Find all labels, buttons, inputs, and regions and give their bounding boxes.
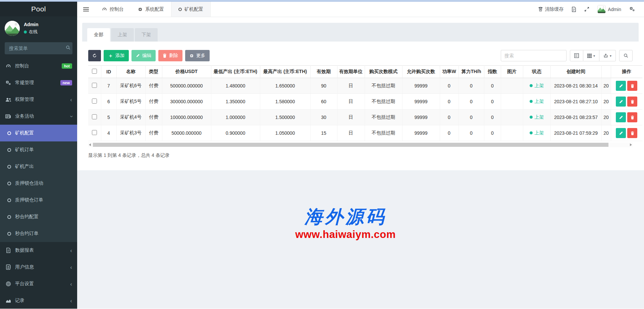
dashboard-icon — [5, 63, 11, 69]
edit-button[interactable] — [616, 97, 626, 107]
clear-cache-button[interactable]: 清除缓存 — [538, 6, 564, 12]
row-checkbox[interactable] — [92, 99, 97, 104]
filter-tab-all[interactable]: 全部 — [87, 28, 110, 42]
col-header-type: 类型 — [145, 66, 162, 78]
cell-validity: 30 — [310, 110, 337, 125]
col-header-index: 指数 — [484, 66, 501, 78]
cell-max_output: 1.500000 — [260, 110, 310, 125]
row-checkbox[interactable] — [92, 130, 97, 135]
sidebar-item-miner-orders[interactable]: 矿机订单 — [0, 141, 77, 158]
sidebar-item-staking-orders[interactable]: 质押锁仓订单 — [0, 192, 77, 208]
table-search-input[interactable] — [501, 50, 567, 61]
delete-button[interactable] — [627, 81, 637, 91]
cell-price: 300000.000000 — [162, 94, 211, 110]
sidebar: Pool Admin 在线 控制台 hot 常规管理 — [0, 2, 77, 309]
sidebar-item-miner-output[interactable]: 矿机产出 — [0, 158, 77, 175]
sidebar-item-platform-settings[interactable]: 平台设置 ‹ — [0, 275, 77, 292]
table-row: 5采矿机4号付费100000.0000001.0000001.50000030日… — [88, 110, 642, 125]
refresh-icon — [92, 53, 97, 58]
sidebar-item-reports[interactable]: 数据报表 ‹ — [0, 242, 77, 259]
cell-hashrate: 0 — [459, 110, 484, 125]
trash-icon — [163, 53, 167, 58]
more-button[interactable]: 更多 — [185, 50, 210, 61]
sidebar-item-business[interactable]: 业务活动 ‹ — [0, 108, 77, 125]
chevron-left-icon: ‹ — [70, 248, 72, 253]
cell-id: 7 — [101, 78, 116, 94]
select-all-checkbox[interactable] — [92, 69, 97, 74]
cell-name: 采矿机5号 — [116, 94, 145, 110]
cell-validity_unit: 日 — [337, 78, 365, 94]
search-icon — [624, 53, 628, 58]
sidebar-item-user-info[interactable]: 用户信息 ‹ — [0, 259, 77, 275]
user-avatar[interactable] — [5, 21, 20, 36]
sidebar-item-general[interactable]: 常规管理 new — [0, 74, 77, 91]
edit-button[interactable] — [616, 128, 626, 138]
cell-price: 100000.000000 — [162, 110, 211, 125]
cell-max_output: 1.650000 — [260, 78, 310, 94]
pencil-icon — [619, 100, 623, 104]
tab-system-config[interactable]: 系统配置 — [131, 2, 171, 17]
detail-view-button[interactable] — [570, 50, 583, 61]
filter-tab-off-shelf[interactable]: 下架 — [135, 28, 158, 42]
columns-button[interactable]: ▾ — [583, 50, 599, 61]
edit-button[interactable] — [616, 81, 626, 91]
col-header-created: 创建时间 — [550, 66, 601, 78]
sidebar-item-seconds-contract-orders[interactable]: 秒合约订单 — [0, 225, 77, 242]
export-button[interactable]: ▾ — [599, 50, 616, 61]
delete-button[interactable] — [627, 112, 637, 122]
search-button[interactable] — [619, 50, 633, 61]
file-log-icon[interactable] — [572, 7, 576, 12]
sidebar-search-icon[interactable] — [66, 45, 70, 50]
sidebar-item-records[interactable]: 记录 ‹ — [0, 292, 77, 309]
add-button[interactable]: ＋ 添加 — [104, 50, 129, 61]
chevron-left-icon: ‹ — [70, 97, 72, 103]
scrollbar-thumb[interactable] — [93, 143, 608, 147]
col-header-hashrate: 算力TH/h — [459, 66, 484, 78]
tab-miner-config[interactable]: 矿机配置 — [171, 2, 211, 17]
topbar-user[interactable]: Admin — [597, 5, 621, 13]
hot-badge: hot — [62, 63, 72, 69]
circle-icon — [7, 131, 11, 135]
col-header-price: 价格USDT — [162, 66, 211, 78]
settings-gears-icon[interactable] — [629, 6, 635, 12]
plus-icon: ＋ — [108, 53, 113, 59]
col-header-id: ID — [101, 66, 116, 78]
sidebar-item-miner-config[interactable]: 矿机配置 — [0, 125, 77, 141]
col-header-image: 图片 — [501, 66, 523, 78]
delete-button[interactable] — [627, 97, 637, 107]
cell-index: 0 — [484, 125, 501, 141]
edit-button[interactable] — [616, 112, 626, 122]
edit-button-toolbar[interactable]: 编辑 — [131, 50, 156, 61]
sidebar-item-dashboard[interactable]: 控制台 hot — [0, 58, 77, 74]
cell-buy_mode: 不包括过期 — [365, 125, 402, 141]
cell-name: 采矿机6号 — [116, 78, 145, 94]
scroll-right-arrow[interactable] — [630, 143, 632, 146]
fullscreen-icon[interactable] — [584, 7, 589, 12]
delete-button-toolbar[interactable]: 删除 — [158, 50, 182, 61]
row-checkbox[interactable] — [92, 114, 97, 119]
scroll-left-arrow[interactable] — [89, 143, 91, 146]
cell-created: 2023-08-21 08:27:10 — [550, 94, 601, 110]
actions-cell — [611, 78, 642, 94]
cell-min_output: 0.900000 — [211, 125, 260, 141]
cell-min_output: 1.000000 — [211, 110, 260, 125]
topbar-avatar — [597, 5, 606, 13]
cell-created: 2023-08-21 08:30:14 — [550, 78, 601, 94]
col-header-allow-buy: 允许购买次数 — [402, 66, 440, 78]
sidebar-item-seconds-contract-config[interactable]: 秒合约配置 — [0, 208, 77, 225]
tab-dashboard[interactable]: 控制台 — [95, 2, 131, 17]
row-checkbox-cell — [88, 78, 101, 94]
sidebar-toggle-button[interactable] — [77, 2, 95, 17]
sidebar-item-permissions[interactable]: 权限管理 ‹ — [0, 91, 77, 108]
delete-button[interactable] — [627, 128, 637, 138]
sidebar-search-input[interactable] — [5, 42, 72, 54]
col-header-status: 状态 — [523, 66, 550, 78]
status-badge: 上架 — [535, 114, 544, 120]
table-toolbar: ＋ 添加 编辑 删除 — [88, 50, 633, 61]
sidebar-item-staking-activity[interactable]: 质押锁仓活动 — [0, 175, 77, 192]
refresh-button[interactable] — [88, 50, 101, 61]
cell-truncated: 20 — [601, 110, 611, 125]
filter-tab-on-shelf[interactable]: 上架 — [111, 28, 134, 42]
cell-max_output: 1.580000 — [260, 94, 310, 110]
row-checkbox[interactable] — [92, 83, 97, 88]
